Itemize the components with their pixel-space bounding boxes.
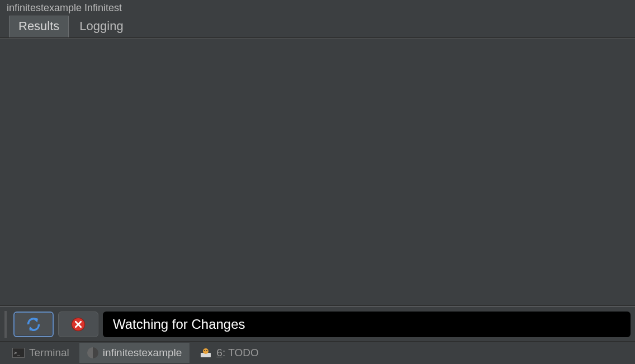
tool-tab-label: infinitestexample [103,347,182,359]
tab-logging[interactable]: Logging [70,16,132,37]
svg-point-5 [204,350,205,351]
refresh-button[interactable] [13,312,54,337]
status-bar: Watching for Changes [0,306,635,342]
panel-title: infinitestexample Infinitest [0,0,635,16]
yinyang-icon [87,347,98,358]
refresh-icon [26,317,41,332]
title-text: infinitestexample Infinitest [7,2,122,14]
tool-tab-label: 6: TODO [216,347,258,359]
tool-tab-label: Terminal [29,347,69,359]
tool-tab-todo[interactable]: 6: TODO [192,343,266,363]
tool-window-tabs: Terminal infinitestexample 6: TODO [0,342,635,364]
svg-point-6 [206,350,207,351]
svg-point-4 [203,348,208,354]
terminal-icon [12,348,25,358]
status-text-label: Watching for Changes [113,317,245,332]
tool-tab-terminal[interactable]: Terminal [4,343,77,363]
status-message: Watching for Changes [103,312,631,337]
tab-results[interactable]: Results [9,16,69,37]
tabs-container: Results Logging [0,16,635,38]
divider [4,311,7,338]
tool-tab-infinitest[interactable]: infinitestexample [79,343,190,363]
todo-icon [200,347,212,358]
tab-label: Logging [79,19,123,33]
tab-label: Results [18,19,59,33]
results-content [0,38,635,306]
error-icon [70,317,86,332]
stop-button[interactable] [58,312,98,337]
